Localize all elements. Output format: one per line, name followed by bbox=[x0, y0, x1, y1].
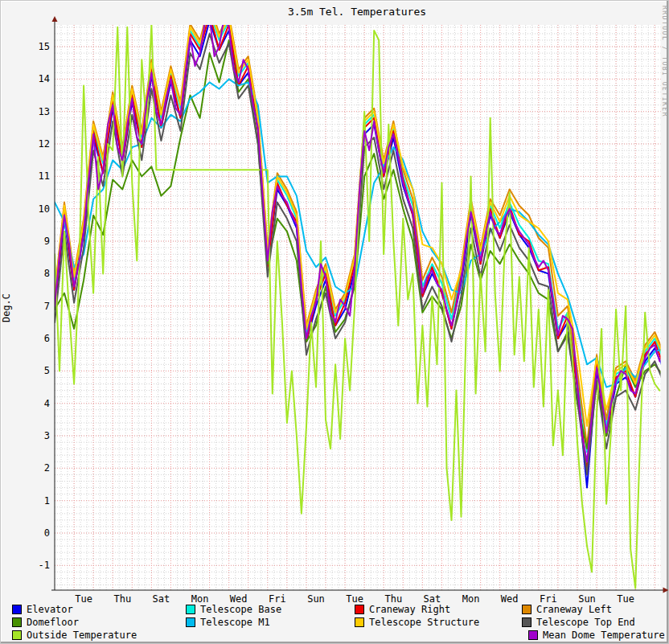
y-tick-label: -1 bbox=[39, 560, 50, 571]
legend-item-label: Outside Temperature bbox=[27, 630, 137, 641]
legend-item-craneway-left: Craneway Left bbox=[522, 604, 612, 614]
x-tick-label: Tue bbox=[346, 593, 363, 604]
x-tick-label: Sat bbox=[153, 593, 170, 604]
legend-item-label: Domefloor bbox=[27, 617, 79, 628]
legend-item-label: Mean Dome Temperature bbox=[543, 630, 665, 641]
x-tick-label: Mon bbox=[191, 593, 209, 604]
legend-item-craneway-right: Craneway Right bbox=[355, 604, 450, 614]
y-tick-label: 8 bbox=[44, 268, 50, 279]
legend-swatch-icon bbox=[355, 617, 364, 627]
legend-item-label: Telescope Top End bbox=[536, 617, 635, 628]
legend-item-label: Telescope Base bbox=[200, 604, 281, 615]
x-tick-label: Tue bbox=[617, 593, 634, 604]
legend-swatch-icon bbox=[186, 617, 195, 627]
legend-swatch-icon bbox=[522, 605, 532, 614]
y-tick-label: 6 bbox=[44, 333, 50, 344]
legend-item-telescope-m1: Telescope M1 bbox=[186, 617, 270, 627]
x-tick-label: Sat bbox=[424, 593, 441, 604]
y-tick-label: 5 bbox=[44, 365, 50, 376]
chart-title: 3.5m Tel. Temperatures bbox=[288, 6, 426, 18]
legend-item-elevator: Elevator bbox=[12, 604, 73, 614]
legend-swatch-icon bbox=[528, 630, 538, 640]
x-tick-label: Wed bbox=[230, 593, 248, 604]
y-tick-label: 11 bbox=[39, 170, 50, 182]
y-tick-label: 13 bbox=[39, 106, 50, 117]
y-axis-arrow-icon bbox=[52, 16, 58, 22]
y-tick-label: 10 bbox=[39, 203, 50, 215]
y-tick-label: 1 bbox=[44, 495, 50, 507]
legend-item-domefloor: Domefloor bbox=[12, 617, 79, 627]
legend-item-label: Craneway Left bbox=[536, 604, 612, 615]
legend-item-label: Craneway Right bbox=[369, 604, 450, 615]
legend-item-telescope-structure: Telescope Structure bbox=[355, 617, 479, 627]
legend-item-mean-dome-temperature: Mean Dome Temperature bbox=[528, 630, 665, 640]
legend-swatch-icon bbox=[186, 605, 195, 614]
y-tick-label: 14 bbox=[39, 73, 50, 84]
y-tick-label: 4 bbox=[44, 398, 50, 409]
x-axis-arrow-icon bbox=[663, 588, 669, 593]
legend-item-label: Telescope Structure bbox=[369, 617, 479, 628]
x-tick-label: Mon bbox=[462, 593, 480, 604]
legend-item-label: Elevator bbox=[27, 604, 73, 615]
x-tick-label: Tue bbox=[75, 593, 92, 604]
rrdtool-watermark: RRDTOOL / TOBI OETIKER bbox=[661, 6, 668, 117]
legend-swatch-icon bbox=[12, 630, 22, 640]
x-tick-label: Fri bbox=[269, 593, 286, 604]
legend-item-label: Telescope M1 bbox=[200, 617, 270, 628]
legend-swatch-icon bbox=[522, 617, 532, 627]
x-tick-label: Wed bbox=[501, 593, 519, 604]
x-tick-label: Thu bbox=[384, 593, 402, 604]
y-tick-label: 9 bbox=[44, 236, 50, 247]
legend-swatch-icon bbox=[12, 605, 22, 614]
y-tick-label: 3 bbox=[44, 430, 50, 441]
legend: ElevatorTelescope BaseCraneway RightCran… bbox=[1, 604, 669, 644]
legend-swatch-icon bbox=[355, 605, 364, 614]
x-tick-label: Sun bbox=[307, 593, 325, 604]
legend-item-telescope-top-end: Telescope Top End bbox=[522, 617, 635, 627]
rrdtool-graph: 3.5m Tel. Temperatures Deg.C RRDTOOL / T… bbox=[0, 0, 669, 644]
x-tick-label: Sun bbox=[578, 593, 596, 604]
y-tick-label: 12 bbox=[39, 138, 50, 150]
x-tick-label: Fri bbox=[540, 593, 557, 604]
y-tick-label: 15 bbox=[39, 41, 50, 52]
x-tick-label: Thu bbox=[113, 593, 131, 604]
y-axis-unit-label: Deg.C bbox=[1, 293, 12, 322]
legend-item-outside-temperature: Outside Temperature bbox=[12, 630, 137, 640]
plot-area: 3.5m Tel. Temperatures Deg.C RRDTOOL / T… bbox=[1, 1, 669, 604]
legend-swatch-icon bbox=[12, 617, 22, 627]
y-tick-label: 2 bbox=[44, 462, 50, 474]
y-tick-label: 0 bbox=[44, 527, 50, 539]
y-tick-label: 7 bbox=[44, 301, 50, 312]
legend-item-telescope-base: Telescope Base bbox=[186, 604, 281, 614]
